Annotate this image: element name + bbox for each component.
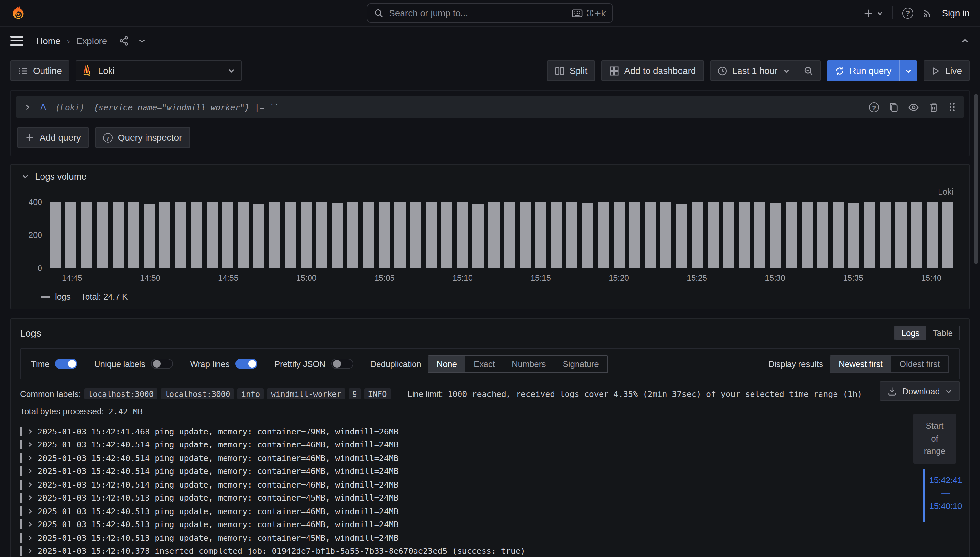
- switch-unique-labels[interactable]: [151, 358, 173, 369]
- volume-bar: [754, 202, 765, 269]
- datasource-picker[interactable]: Loki: [76, 60, 242, 81]
- split-button[interactable]: Split: [547, 60, 595, 81]
- drag-handle-icon[interactable]: [948, 102, 956, 112]
- expand-chevron-right-icon[interactable]: [27, 482, 33, 488]
- switch-prettify-json[interactable]: [331, 358, 353, 369]
- log-row[interactable]: 2025-01-03 15:42:40.514 ping update, mem…: [20, 464, 960, 478]
- dedup-option-signature[interactable]: Signature: [554, 356, 607, 372]
- total-bytes-label: Total bytes processed:: [20, 407, 104, 416]
- query-row-a[interactable]: A (Loki) {service_name="windmill-worker"…: [16, 96, 964, 118]
- common-label-badge: info: [237, 388, 264, 399]
- add-query-button[interactable]: Add query: [18, 127, 89, 148]
- expand-chevron-right-icon[interactable]: [27, 495, 33, 501]
- legend-series-name[interactable]: logs: [55, 292, 71, 301]
- run-query-button-group: Run query: [827, 60, 917, 81]
- sign-in-button[interactable]: Sign in: [942, 8, 970, 18]
- help-icon[interactable]: ?: [902, 7, 913, 18]
- log-row[interactable]: 2025-01-03 15:42:40.378 inserted complet…: [20, 544, 960, 557]
- dedup-option-numbers[interactable]: Numbers: [503, 356, 554, 372]
- eye-icon[interactable]: [908, 102, 919, 112]
- switch-wrap-lines[interactable]: [236, 358, 258, 369]
- new-menu-button[interactable]: [863, 8, 883, 18]
- breadcrumb-home[interactable]: Home: [36, 36, 60, 46]
- plus-icon: [25, 133, 34, 142]
- grafana-logo[interactable]: [10, 5, 26, 21]
- volume-bar: [801, 202, 813, 269]
- sort-option-newest-first[interactable]: Newest first: [830, 356, 891, 372]
- logs-panel-title: Logs: [20, 327, 41, 339]
- share-icon[interactable]: [119, 36, 129, 46]
- log-row[interactable]: 2025-01-03 15:42:40.513 ping update, mem…: [20, 491, 960, 505]
- x-tick-15-30: 15:30: [765, 274, 785, 283]
- expand-chevron-right-icon[interactable]: [27, 548, 33, 554]
- log-row[interactable]: 2025-01-03 15:42:40.514 ping update, mem…: [20, 451, 960, 464]
- page-scrollbar[interactable]: [974, 94, 978, 264]
- expand-chevron-right-icon[interactable]: [27, 428, 33, 435]
- live-button[interactable]: Live: [924, 60, 970, 81]
- log-row[interactable]: 2025-01-03 15:42:40.514 ping update, mem…: [20, 438, 960, 451]
- log-row[interactable]: 2025-01-03 15:42:40.513 ping update, mem…: [20, 531, 960, 544]
- y-tick-0: 0: [37, 264, 42, 273]
- top-nav-bar: Search or jump to... ⌘+k ?: [0, 0, 980, 26]
- query-expression[interactable]: {service_name="windmill-worker"} |= ``: [94, 102, 279, 112]
- log-row[interactable]: 2025-01-03 15:42:40.513 ping update, mem…: [20, 518, 960, 531]
- log-row[interactable]: 2025-01-03 15:42:41.468 ping update, mem…: [20, 425, 960, 438]
- volume-bar: [97, 202, 108, 269]
- query-help-icon[interactable]: ?: [869, 102, 879, 112]
- run-query-button[interactable]: Run query: [827, 60, 899, 81]
- volume-bar: [473, 204, 484, 269]
- expand-chevron-right-icon[interactable]: [27, 535, 33, 541]
- volume-bar: [520, 202, 530, 269]
- log-line-text: 2025-01-03 15:42:40.514 ping update, mem…: [37, 440, 398, 450]
- dedup-option-none[interactable]: None: [428, 356, 465, 372]
- volume-bar: [222, 202, 233, 269]
- copy-icon[interactable]: [889, 102, 898, 112]
- breadcrumb-explore[interactable]: Explore: [76, 36, 107, 46]
- view-toggle-table[interactable]: Table: [926, 326, 959, 340]
- legend-total: Total: 24.7 K: [81, 292, 128, 301]
- chevron-down-icon[interactable]: [138, 37, 146, 45]
- expand-chevron-right-icon[interactable]: [27, 455, 33, 461]
- switch-label-time: Time: [31, 359, 50, 369]
- common-label-badge: INFO: [364, 388, 391, 399]
- plot-area: Loki: [49, 191, 955, 269]
- common-label-badge: localhost:3000: [161, 388, 234, 399]
- expand-chevron-right-icon[interactable]: [27, 469, 33, 474]
- view-toggle-logs[interactable]: Logs: [895, 326, 926, 340]
- logs-volume-header[interactable]: Logs volume: [19, 171, 961, 182]
- run-query-dropdown[interactable]: [899, 60, 917, 81]
- log-row[interactable]: 2025-01-03 15:42:40.513 ping update, mem…: [20, 505, 960, 518]
- volume-bar: [206, 202, 218, 269]
- menu-toggle-icon[interactable]: [10, 36, 23, 46]
- volume-bar: [707, 202, 718, 269]
- collapse-chevron-up-icon[interactable]: [960, 36, 970, 46]
- dedup-option-exact[interactable]: Exact: [465, 356, 503, 372]
- news-rss-icon[interactable]: [922, 8, 933, 18]
- query-inspector-button[interactable]: i Query inspector: [95, 127, 190, 148]
- download-button[interactable]: Download: [879, 381, 960, 401]
- zoom-out-time-button[interactable]: [796, 61, 819, 80]
- panel-title: Logs volume: [35, 171, 86, 182]
- switch-time[interactable]: [55, 358, 78, 369]
- outline-button[interactable]: Outline: [10, 60, 70, 81]
- time-range-button[interactable]: Last 1 hour: [711, 61, 796, 80]
- trash-icon[interactable]: [929, 102, 939, 112]
- add-to-dashboard-button[interactable]: Add to dashboard: [601, 60, 704, 81]
- log-row[interactable]: 2025-01-03 15:42:40.514 ping update, mem…: [20, 478, 960, 491]
- zoom-out-icon: [803, 66, 813, 75]
- expand-chevron-right-icon[interactable]: [27, 442, 33, 448]
- log-controls-switches: TimeUnique labelsWrap linesPrettify JSON: [31, 358, 370, 369]
- expand-chevron-right-icon[interactable]: [27, 508, 33, 514]
- volume-bar: [394, 202, 405, 269]
- expand-chevron-right-icon[interactable]: [27, 522, 33, 528]
- search-input[interactable]: Search or jump to... ⌘+k: [367, 3, 613, 23]
- volume-bar: [363, 202, 374, 269]
- volume-bar: [191, 202, 202, 269]
- expand-chevron-right-icon[interactable]: [24, 103, 31, 111]
- sort-option-oldest-first[interactable]: Oldest first: [891, 356, 948, 372]
- log-line-text: 2025-01-03 15:42:40.513 ping update, mem…: [37, 533, 398, 543]
- x-tick-15-35: 15:35: [843, 274, 863, 283]
- volume-bar: [316, 202, 327, 269]
- display-results-label: Display results: [769, 359, 823, 369]
- log-line-text: 2025-01-03 15:42:40.513 ping update, mem…: [37, 493, 398, 503]
